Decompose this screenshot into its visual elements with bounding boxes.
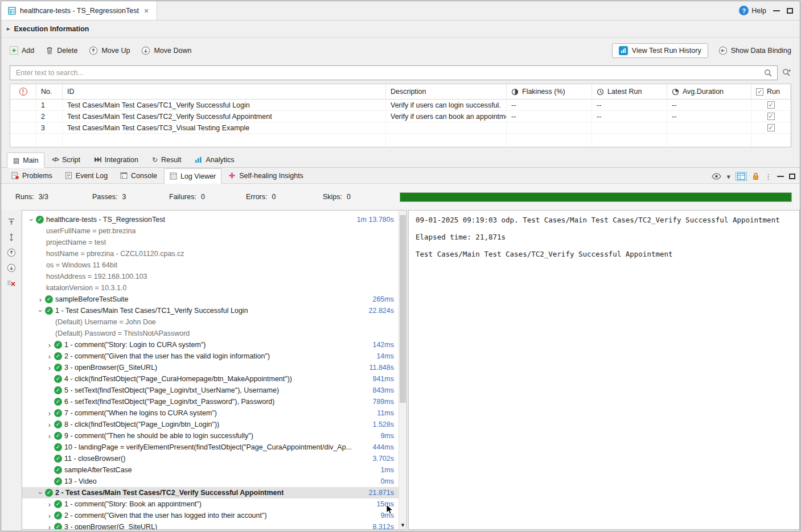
chevron-right-icon[interactable]: › [45, 341, 54, 349]
chevron-right-icon[interactable]: › [45, 512, 54, 519]
log-tree-row[interactable]: (Default) Username = John Doe [22, 316, 406, 328]
log-tree-row[interactable]: ›✓sampleBeforeTestSuite265ms [22, 294, 406, 305]
log-tree-row[interactable]: ›✓2 - Test Cases/Main Test Cases/TC2_Ver… [22, 487, 406, 498]
row-avg-duration-cell[interactable]: -- [667, 100, 751, 111]
row-flakiness-cell[interactable]: -- [507, 111, 592, 122]
row-id-cell[interactable]: Test Cases/Main Test Cases/TC1_Verify Su… [63, 100, 386, 111]
row-no-cell[interactable]: 3 [36, 122, 63, 134]
log-tree-row[interactable]: ✓sampleAfterTestCase1ms [22, 464, 406, 476]
row-avg-duration-cell[interactable] [667, 122, 751, 134]
row-alert-cell[interactable] [10, 122, 36, 134]
log-tree-row[interactable]: katalonVersion = 10.3.1.0 [22, 282, 406, 294]
chevron-right-icon[interactable]: › [45, 364, 54, 372]
run-all-checkbox[interactable]: ✓ [756, 88, 763, 96]
row-id-cell[interactable]: Test Cases/Main Test Cases/TC2_Verify Su… [63, 111, 386, 122]
log-tree-row[interactable]: ›✓3 - openBrowser(G_SiteURL)11.848s [22, 362, 406, 373]
log-tree-row[interactable]: ›✓9 - comment("Then he should be able to… [22, 430, 406, 442]
column-header-flakiness[interactable]: Flakiness (%) [507, 84, 592, 100]
editor-tab[interactable]: healthcare-tests - TS_RegressionTest × [1, 1, 157, 20]
tab-log-viewer[interactable]: Log Viewer [164, 168, 221, 184]
column-header-latest-run[interactable]: Latest Run [592, 84, 667, 100]
clear-log-icon[interactable] [6, 278, 17, 288]
move-down-button[interactable]: Move Down [141, 46, 191, 55]
log-tree-row[interactable]: ›✓1 - comment("Story: Login to CURA syst… [22, 339, 406, 350]
run-checkbox[interactable]: ✓ [767, 113, 775, 120]
tab-console[interactable]: Console [114, 168, 163, 183]
view-test-run-history-button[interactable]: View Test Run History [612, 43, 708, 58]
row-run-cell[interactable]: ✓ [751, 111, 791, 122]
log-tree-row[interactable]: ✓5 - setText(findTestObject("Page_Login/… [22, 385, 406, 396]
column-header-alert[interactable]: ! [10, 84, 36, 100]
view-menu-caret-icon[interactable]: ▾ [726, 172, 730, 181]
log-tree-row[interactable]: ›✓8 - click(findTestObject("Page_Login/b… [22, 419, 406, 430]
delete-button[interactable]: Delete [46, 46, 77, 55]
search-input[interactable] [15, 68, 759, 77]
log-tree-row[interactable]: userFullName = petr.brezina [22, 225, 406, 237]
run-checkbox[interactable]: ✓ [767, 124, 775, 131]
chevron-right-icon[interactable]: › [45, 410, 54, 417]
column-header-avg-duration[interactable]: Avg.Duration [667, 84, 751, 100]
log-tree-row[interactable]: (Default) Password = ThisIsNotAPassword [22, 328, 406, 339]
tab-script[interactable]: </> Script [46, 152, 86, 167]
column-header-id[interactable]: ID [63, 84, 386, 100]
log-tree-row[interactable]: ›✓healthcare-tests - TS_RegressionTest1m… [22, 214, 406, 225]
column-header-no[interactable]: No. [36, 84, 63, 100]
panel-minimize-icon[interactable] [777, 176, 784, 177]
tab-self-healing-insights[interactable]: Self-healing Insights [223, 168, 309, 183]
show-data-binding-button[interactable]: Show Data Binding [718, 46, 791, 55]
log-tree-row[interactable]: ›✓3 - openBrowser(G_SiteURL)8.312s [22, 521, 406, 530]
next-failure-icon[interactable] [6, 263, 17, 273]
log-tree-row[interactable]: ✓13 - Video0ms [22, 476, 406, 487]
chevron-right-icon[interactable]: › [45, 421, 54, 428]
log-tree-row[interactable]: ›✓2 - comment("Given that the user has l… [22, 510, 406, 521]
tab-main[interactable]: ▤ Main [7, 152, 44, 168]
log-tree-row[interactable]: projectName = test [22, 237, 406, 248]
row-avg-duration-cell[interactable]: -- [667, 111, 751, 122]
log-tree-row[interactable]: ✓4 - click(findTestObject("Page_CuraHome… [22, 373, 406, 385]
chevron-down-icon[interactable]: › [37, 488, 44, 497]
chevron-right-icon[interactable]: › [45, 353, 54, 360]
row-description-cell[interactable] [386, 122, 507, 134]
close-icon[interactable]: × [143, 6, 150, 15]
log-tree-row[interactable]: ›✓7 - comment("When he logins to CURA sy… [22, 407, 406, 419]
row-run-cell[interactable]: ✓ [751, 100, 791, 111]
chevron-right-icon[interactable]: › [45, 523, 54, 530]
row-latest-run-cell[interactable]: -- [592, 100, 667, 111]
expand-triangle-icon[interactable]: ▸ [7, 25, 10, 32]
run-checkbox[interactable]: ✓ [767, 101, 775, 109]
tab-problems[interactable]: Problems [6, 168, 58, 183]
search-box[interactable] [10, 65, 778, 80]
chevron-right-icon[interactable]: › [45, 432, 54, 440]
chevron-down-icon[interactable]: › [28, 215, 35, 224]
expand-collapse-icon[interactable] [6, 232, 17, 242]
advanced-search-icon[interactable] [782, 68, 791, 77]
search-icon[interactable] [764, 69, 773, 77]
chevron-down-icon[interactable]: › [37, 306, 44, 315]
minimize-icon[interactable] [773, 10, 780, 11]
scroll-lock-icon[interactable] [6, 217, 17, 227]
log-tree-row[interactable]: hostAddress = 192.168.100.103 [22, 271, 406, 282]
row-description-cell[interactable]: Verify if users can book an appointmer [386, 111, 507, 122]
row-alert-cell[interactable] [10, 100, 36, 111]
maximize-icon[interactable] [787, 8, 793, 14]
log-tree-row[interactable]: ›✓1 - Test Cases/Main Test Cases/TC1_Ver… [22, 305, 406, 316]
tab-analytics[interactable]: Analytics [188, 152, 240, 167]
view-filter-icon[interactable] [712, 173, 721, 180]
tab-event-log[interactable]: Event Log [59, 168, 113, 183]
row-flakiness-cell[interactable]: -- [507, 100, 592, 111]
row-alert-cell[interactable] [10, 111, 36, 122]
log-tree-row[interactable]: hostName = pbrezina - CZCL01120.cpas.cz [22, 248, 406, 259]
log-tree-row[interactable]: ›✓2 - comment("Given that the user has t… [22, 350, 406, 362]
scrollbar-thumb[interactable] [400, 215, 406, 403]
lock-icon[interactable] [752, 172, 759, 180]
previous-failure-icon[interactable] [6, 248, 17, 258]
row-no-cell[interactable]: 1 [36, 100, 63, 111]
log-tree-row[interactable]: ›✓1 - comment("Story: Book an appointmen… [22, 498, 406, 510]
chevron-right-icon[interactable]: › [36, 296, 45, 303]
show-details-toggle-icon[interactable] [736, 172, 747, 181]
column-header-run[interactable]: ✓ Run [751, 84, 791, 100]
log-tree-row[interactable]: os = Windows 11 64bit [22, 259, 406, 271]
move-up-button[interactable]: Move Up [89, 46, 130, 55]
chevron-right-icon[interactable]: › [45, 501, 54, 508]
log-tree-row[interactable]: ✓11 - closeBrowser()3.702s [22, 453, 406, 464]
